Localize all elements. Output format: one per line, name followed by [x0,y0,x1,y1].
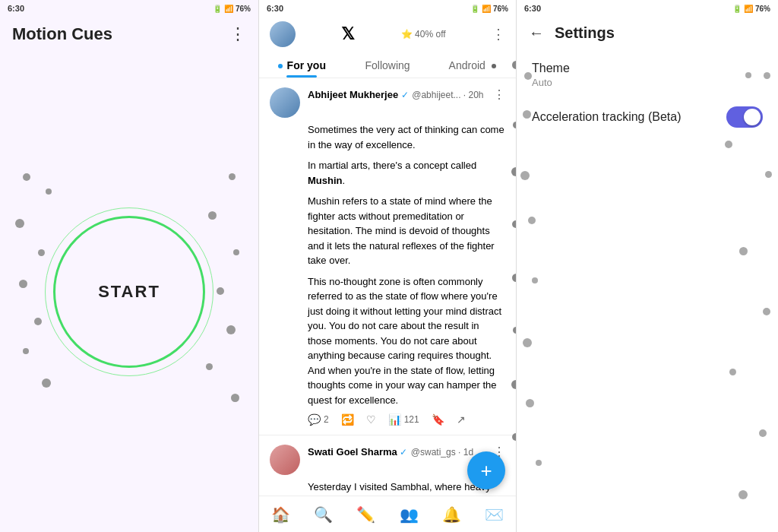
nav-messages[interactable]: ✉️ [485,505,504,524]
p3-dot-13 [729,369,736,375]
p3-dot-16 [536,460,542,466]
p3-dot-1 [524,72,532,80]
bottom-nav: 🏠 🔍 ✏️ 👥 🔔 ✉️ [259,496,516,532]
retweet-action-1[interactable]: 🔁 [341,413,354,426]
time-1: 6:30 [8,4,24,13]
bookmark-action-1[interactable]: 🔖 [432,413,444,426]
tweet-avatar-2[interactable] [270,445,300,475]
tab-label-following: Following [365,59,410,71]
start-button[interactable]: START [53,216,205,368]
nav-notifications[interactable]: 🔔 [442,505,461,524]
toggle-knob [744,109,761,125]
share-icon-1: ↗ [457,413,466,426]
tab-android[interactable]: Android [430,52,516,78]
acceleration-toggle[interactable] [726,106,763,128]
tab-dot-android [492,64,496,68]
signal-icon-2: 📶 [482,5,491,13]
status-bar-3: 6:30 🔋 📶 76% [517,0,778,17]
settings-item-acceleration: Acceleration tracking (Beta) [532,106,763,128]
tabs-row: For you Following Android [259,52,516,78]
p3-dot-3 [764,72,770,79]
battery-icon-1: 🔋 [213,5,222,13]
motion-dot [38,249,45,256]
nav-search[interactable]: 🔍 [314,505,333,524]
motion-dot [217,287,224,295]
motion-dot [231,394,239,402]
motion-dot [23,173,30,181]
nav-home[interactable]: 🏠 [271,505,290,524]
theme-label: Theme [532,62,570,75]
views-action-1[interactable]: 📊 121 [388,413,419,426]
motion-dot [208,211,217,220]
p3-dot-6 [520,171,530,180]
signal-icon-1: 📶 [224,5,233,13]
compose-fab[interactable]: + [467,451,505,489]
views-icon-1: 📊 [388,413,401,426]
more-button-topbar[interactable]: ⋮ [492,26,505,43]
twitter-panel: 6:30 🔋 📶 76% 𝕏 ⭐ 40% off ⋮ For you Follo… [258,0,517,532]
back-button[interactable]: ← [529,24,544,42]
motion-cues-header: Motion Cues ⋮ [0,17,258,52]
status-icons-1: 🔋 📶 76% [213,5,251,13]
time-3: 6:30 [524,4,541,13]
signal-icon-3: 📶 [744,5,753,13]
tweet-time-2: 1d [463,447,473,458]
tab-dot-foryou [278,64,283,68]
status-bar-1: 6:30 🔋 📶 76% [0,0,258,17]
tweet-verified-1: ✓ [401,90,409,100]
share-action-1[interactable]: ↗ [457,413,466,426]
menu-button[interactable]: ⋮ [229,24,246,44]
p3-dot-5 [725,141,732,148]
motion-dot [229,173,236,180]
tweet-more-1[interactable]: ⋮ [493,87,505,102]
reply-action-1[interactable]: 💬 2 [308,413,329,426]
user-avatar-topbar[interactable] [270,21,296,47]
tab-label-android: Android [449,59,485,71]
settings-item-theme: Theme Auto [532,62,763,88]
tweet-actions-1: 💬 2 🔁 ♡ 📊 121 🔖 ↗ [308,413,505,426]
motion-dot [233,249,239,255]
tab-for-you[interactable]: For you [259,52,345,78]
tweet-feed[interactable]: Abhijeet Mukherjee ✓ @abhijeet... · 20h … [259,78,516,496]
tweet-name-2: Swati Goel Sharma [308,446,400,458]
battery-icon-3: 🔋 [732,5,742,13]
reply-icon-1: 💬 [308,413,321,426]
status-icons-3: 🔋 📶 76% [732,5,770,13]
status-icons-2: 🔋 📶 76% [470,5,508,13]
tweet-handle-1: @abhijeet... · [412,90,468,100]
start-label: START [98,282,160,302]
nav-compose[interactable]: ✏️ [356,505,375,524]
p3-dot-12 [523,338,532,347]
settings-content: Theme Auto Acceleration tracking (Beta) [517,49,778,532]
p3-dot-7 [765,171,772,178]
retweet-icon-1: 🔁 [341,413,354,426]
motion-dot [42,378,51,388]
theme-sub: Auto [532,77,763,88]
bookmark-icon-1: 🔖 [432,413,444,426]
tweet-meta-2: Swati Goel Sharma ✓ @swati_gs · 1d [308,445,485,458]
p3-dot-10 [532,277,538,283]
p3-dot-8 [528,217,536,224]
compose-icon: + [480,459,492,483]
tweet-header-1: Abhijeet Mukherjee ✓ @abhijeet... · 20h … [270,87,505,118]
tweet-text-1a: Sometimes the very act of thinking can c… [308,122,505,152]
like-action-1[interactable]: ♡ [366,413,376,426]
tweet-name-1: Abhijeet Mukherjee [308,89,401,100]
settings-title: Settings [555,24,615,42]
p3-dot-4 [523,110,531,119]
theme-row: Theme [532,62,763,75]
reply-count-1: 2 [324,414,329,425]
tweet-avatar-1[interactable] [270,87,300,118]
nav-communities[interactable]: 👥 [400,505,419,524]
motion-dot [206,363,213,370]
promo-badge: ⭐ 40% off [401,29,446,40]
p3-dot-17 [738,490,748,499]
battery-percent-1: 76% [236,5,251,13]
battery-icon-2: 🔋 [470,5,479,13]
p3-dot-11 [763,308,770,315]
tab-following[interactable]: Following [345,52,431,78]
like-icon-1: ♡ [366,413,376,426]
tweet-handle-2: @swati_gs · [411,447,463,458]
motion-cues-content: START [0,52,258,532]
motion-dot [23,348,29,354]
